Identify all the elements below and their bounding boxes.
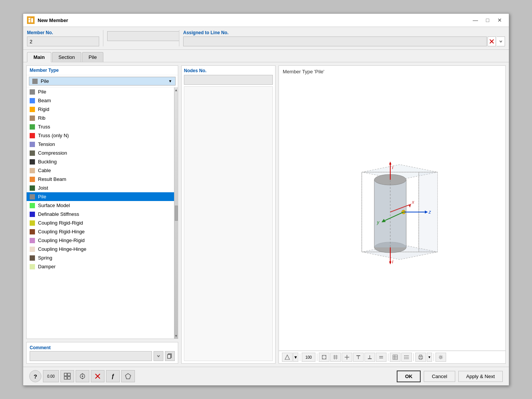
list-item[interactable]: Coupling Hinge-Rigid <box>27 236 174 245</box>
list-item[interactable]: Tension <box>27 140 174 149</box>
item-color-buckling <box>30 159 35 165</box>
settings-tool[interactable] <box>435 353 446 362</box>
cancel-button[interactable]: Cancel <box>424 371 455 382</box>
member-no-field: Member No. <box>27 30 103 46</box>
left-panel: Member Type Pile ▼ Pile <box>26 65 178 364</box>
list-item[interactable]: Compression <box>27 149 174 157</box>
list-item[interactable]: Truss <box>27 122 174 131</box>
list-item[interactable]: Damper <box>27 262 174 271</box>
filter-button[interactable] <box>121 370 135 382</box>
ok-button[interactable]: OK <box>397 370 421 382</box>
svg-point-66 <box>404 355 405 356</box>
cross-tool[interactable] <box>342 353 352 362</box>
dialog-new-member: New Member — □ ✕ Member No. Assigned to … <box>23 13 509 386</box>
comment-dropdown-button[interactable] <box>154 351 163 361</box>
middle-input[interactable] <box>107 31 179 41</box>
list-tool[interactable] <box>401 353 412 362</box>
grid-button[interactable] <box>60 370 74 382</box>
list-item[interactable]: Buckling <box>27 157 174 166</box>
nodes-area[interactable] <box>184 86 273 361</box>
nodes-input[interactable] <box>184 75 273 85</box>
tab-main[interactable]: Main <box>27 52 51 62</box>
list-item[interactable]: Rib <box>27 114 174 122</box>
svg-rect-74 <box>68 373 70 376</box>
pile-visualization: i i x <box>339 153 445 275</box>
item-color-result-beam <box>30 177 35 182</box>
nodes-label: Nodes No. <box>184 68 273 73</box>
svg-text:x: x <box>412 200 415 205</box>
grid-tool[interactable] <box>330 353 341 362</box>
assigned-arrow-button[interactable] <box>497 36 505 46</box>
help-button[interactable]: ? <box>29 370 41 382</box>
svg-marker-29 <box>389 261 391 264</box>
numeric-input-button[interactable]: 0.00 <box>43 370 59 382</box>
list-item[interactable]: Surface Model <box>27 201 174 210</box>
bottom-toolbar: ? 0.00 ƒ OK Cancel Apply & Next <box>23 367 509 385</box>
item-color-beam <box>30 98 35 103</box>
member-no-input[interactable] <box>27 36 99 46</box>
delete-button[interactable] <box>91 370 104 382</box>
assigned-clear-button[interactable] <box>488 36 496 46</box>
list-item[interactable]: Spring <box>27 253 174 262</box>
item-color-coupling-rh <box>30 229 35 234</box>
toolbar-separator-4 <box>413 353 414 361</box>
list-item[interactable]: Truss (only N) <box>27 131 174 140</box>
list-item[interactable]: Rigid <box>27 105 174 114</box>
list-item[interactable]: Cable <box>27 166 174 175</box>
svg-point-72 <box>440 356 442 358</box>
right-panel: Member Type 'Pile' <box>279 65 506 364</box>
svg-rect-76 <box>68 377 70 379</box>
item-color-truss-n <box>30 133 35 138</box>
table-tool[interactable] <box>390 353 401 362</box>
list-item[interactable]: Result Beam <box>27 175 174 184</box>
list-item[interactable]: Definable Stiffness <box>27 210 174 218</box>
close-button[interactable]: ✕ <box>494 16 505 24</box>
assigned-input[interactable] <box>183 36 487 46</box>
svg-rect-20 <box>374 180 406 247</box>
zoom-tool[interactable]: 100 <box>302 353 315 362</box>
apply-next-button[interactable]: Apply & Next <box>458 371 503 382</box>
svg-text:i: i <box>392 259 393 264</box>
top-line-tool[interactable] <box>353 353 364 362</box>
member-type-list-wrapper: Pile Beam Rigid Rib <box>27 87 178 339</box>
list-item[interactable]: Coupling Hinge-Hinge <box>27 245 174 253</box>
preview-3d-area: i i x <box>279 78 505 350</box>
list-item[interactable]: Coupling Rigid-Hinge <box>27 227 174 236</box>
svg-rect-1 <box>28 20 30 22</box>
bottom-buttons-right: OK Cancel Apply & Next <box>397 370 503 382</box>
snap-button[interactable] <box>76 370 89 382</box>
view-dropdown-1[interactable]: ▼ <box>293 353 298 362</box>
comment-copy-button[interactable] <box>165 351 175 361</box>
bottom-line-tool[interactable] <box>364 353 375 362</box>
svg-rect-73 <box>64 373 67 376</box>
view-tool-1[interactable] <box>282 353 293 362</box>
double-line-tool[interactable] <box>376 353 386 362</box>
minimize-button[interactable]: — <box>470 16 481 24</box>
list-item[interactable]: Beam <box>27 96 174 105</box>
member-type-select-text: Pile <box>41 78 168 84</box>
preview-box: Member Type 'Pile' <box>279 65 506 364</box>
comment-section: Comment <box>26 342 178 364</box>
member-type-select[interactable]: Pile ▼ <box>29 77 176 86</box>
app-icon <box>27 16 35 24</box>
fit-tool[interactable] <box>319 353 329 362</box>
item-color-coupling-hh <box>30 247 35 252</box>
list-item[interactable]: Coupling Rigid-Rigid <box>27 218 174 227</box>
scrollbar[interactable]: ▲ ▼ <box>174 87 178 339</box>
tabs-bar: Main Section Pile <box>23 50 509 62</box>
tab-pile[interactable]: Pile <box>82 52 103 62</box>
print-tool[interactable] <box>415 353 426 362</box>
function-button[interactable]: ƒ <box>106 370 120 382</box>
list-item-pile-selected[interactable]: Pile <box>27 192 174 201</box>
member-type-list[interactable]: Pile Beam Rigid Rib <box>27 87 174 339</box>
print-dropdown[interactable]: ▼ <box>427 353 432 362</box>
maximize-button[interactable]: □ <box>482 16 493 24</box>
preview-toolbar: ▼ 100 <box>279 351 505 363</box>
scroll-thumb[interactable] <box>175 206 178 221</box>
member-no-label: Member No. <box>27 30 103 35</box>
list-item[interactable]: Pile <box>27 87 174 96</box>
tab-section[interactable]: Section <box>52 52 81 62</box>
comment-input[interactable] <box>30 351 152 361</box>
assigned-field: Assigned to Line No. <box>179 30 505 46</box>
list-item[interactable]: Joist <box>27 184 174 192</box>
